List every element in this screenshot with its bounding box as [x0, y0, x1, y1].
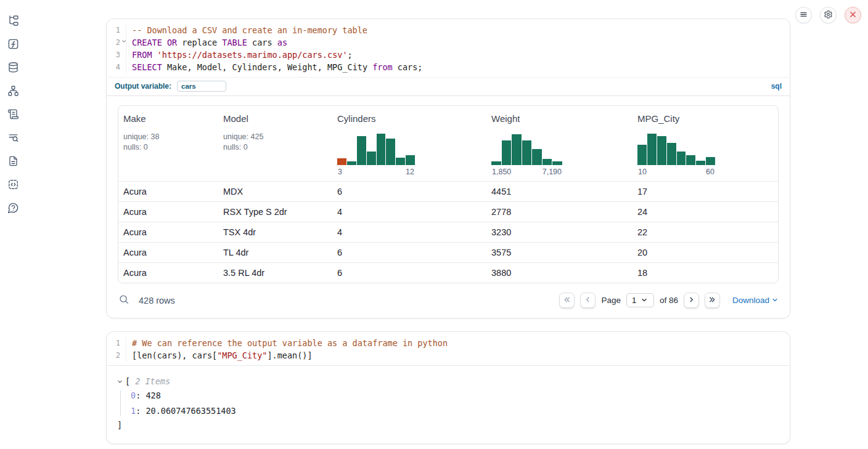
column-header-model[interactable]: Modelunique: 425nulls: 0: [218, 113, 332, 176]
table-cell: 6: [332, 263, 486, 283]
table-cell: 4451: [486, 182, 633, 201]
histogram-bar: [347, 161, 356, 165]
histogram-bar: [512, 134, 522, 165]
shutdown-button[interactable]: [845, 7, 861, 23]
histogram-min-label: 10: [638, 168, 647, 176]
code-text: CREATE OR replace TABLE cars as: [126, 36, 287, 49]
code-line: 3FROM 'https://datasets.marimo.app/cars.…: [107, 49, 790, 61]
row-count: 428 rows: [139, 296, 175, 305]
settings-button[interactable]: [820, 7, 837, 23]
page-select[interactable]: 1: [626, 293, 654, 307]
column-header-weight[interactable]: Weight1,8507,190: [486, 113, 633, 176]
first-page-button[interactable]: [559, 293, 575, 308]
table-cell: Acura: [118, 243, 218, 262]
column-stats: unique: 38nulls: 0: [123, 132, 213, 152]
column-title: Weight: [491, 113, 628, 124]
histogram-bar: [686, 155, 695, 165]
sql-cell-output: Makeunique: 38nulls: 0Modelunique: 425nu…: [107, 96, 790, 318]
histogram-bar: [406, 155, 415, 165]
table-cell: MDX: [218, 182, 332, 201]
table-cell: Acura: [118, 202, 218, 222]
column-histogram[interactable]: 1060: [637, 132, 715, 176]
column-header-mpg_city[interactable]: MPG_City1060: [633, 113, 778, 176]
last-page-button[interactable]: [705, 293, 720, 308]
table-row[interactable]: AcuraTSX 4dr4323022: [118, 222, 778, 242]
code-text: FROM 'https://datasets.marimo.app/cars.c…: [126, 49, 353, 61]
table-cell: 24: [633, 202, 778, 222]
column-header-cylinders[interactable]: Cylinders312: [332, 113, 486, 176]
data-table: Makeunique: 38nulls: 0Modelunique: 425nu…: [118, 105, 779, 283]
table-cell: TL 4dr: [218, 243, 332, 262]
items-count-label: 2 Items: [135, 376, 170, 386]
histogram-bar: [637, 145, 647, 165]
table-row[interactable]: AcuraTL 4dr6357520: [118, 242, 778, 262]
close-icon: [849, 10, 857, 20]
scratchpad-icon[interactable]: [7, 108, 20, 120]
histogram-bars: [637, 132, 715, 165]
histogram-bar: [696, 161, 705, 165]
column-title: Make: [123, 113, 213, 124]
histogram-labels: 312: [337, 168, 415, 176]
histogram-labels: 1060: [637, 168, 715, 176]
logs-search-icon[interactable]: [7, 131, 20, 144]
next-page-button[interactable]: [684, 293, 699, 308]
line-number: 1: [107, 337, 126, 349]
column-histogram[interactable]: 312: [337, 132, 415, 176]
code-text: SELECT Make, Model, Cylinders, Weight, M…: [126, 61, 422, 73]
sql-editor[interactable]: 1-- Download a CSV and create an in-memo…: [107, 19, 790, 96]
histogram-bar: [667, 143, 676, 165]
histogram-bar: [532, 149, 542, 166]
histogram-bar: [396, 158, 405, 165]
menu-button[interactable]: [795, 7, 812, 23]
table-cell: 3880: [486, 263, 633, 283]
page-select-value: 1: [632, 296, 636, 305]
code-text: [len(cars), cars["MPG_City"].mean()]: [126, 349, 313, 362]
documentation-icon[interactable]: [7, 155, 20, 167]
file-tree-icon[interactable]: [7, 14, 20, 26]
histogram-max-label: 60: [706, 168, 714, 176]
python-editor[interactable]: 1# We can reference the output variable …: [107, 332, 790, 365]
column-header-make[interactable]: Makeunique: 38nulls: 0: [118, 113, 218, 176]
table-footer: 428 rows Page 1 of 86 Download: [118, 283, 779, 312]
snippets-icon[interactable]: [7, 178, 20, 190]
table-cell: 3.5 RL 4dr: [218, 263, 332, 283]
download-button[interactable]: Download: [732, 296, 778, 305]
search-icon[interactable]: [118, 294, 129, 307]
stat-line: nulls: 0: [123, 142, 213, 153]
histogram-max-label: 7,190: [542, 168, 562, 176]
column-title: Cylinders: [337, 113, 481, 124]
histogram-bar: [647, 134, 657, 165]
table-row[interactable]: AcuraMDX6445117: [118, 181, 778, 201]
left-panel-sidebar: [0, 0, 27, 214]
help-icon[interactable]: [7, 201, 20, 214]
language-badge: sql: [771, 82, 782, 91]
dependency-graph-icon[interactable]: [7, 84, 20, 97]
fold-chevron-icon[interactable]: [121, 39, 126, 44]
table-row[interactable]: Acura3.5 RL 4dr6388018: [118, 262, 778, 283]
code-line: 1-- Download a CSV and create an in-memo…: [107, 24, 790, 36]
table-cell: Acura: [118, 182, 218, 201]
chevrons-left-icon: [563, 296, 571, 305]
histogram-bar: [357, 136, 366, 165]
histogram-bar: [542, 159, 552, 165]
table-cell: Acura: [118, 222, 218, 242]
column-title: Model: [223, 113, 327, 124]
histogram-min-label: 3: [338, 168, 342, 176]
table-cell: 4: [332, 222, 486, 242]
chevrons-right-icon: [708, 296, 716, 305]
line-number: 4: [107, 61, 126, 73]
histogram-bar: [522, 140, 532, 165]
sql-editor-footer: Output variable: sql: [107, 77, 790, 96]
histogram-max-label: 12: [406, 168, 414, 176]
gear-icon: [824, 10, 833, 21]
chevron-down-icon[interactable]: [117, 379, 123, 384]
output-variable-input[interactable]: [177, 81, 226, 92]
table-row[interactable]: AcuraRSX Type S 2dr4277824: [118, 201, 778, 222]
python-cell: 1# We can reference the output variable …: [106, 331, 790, 444]
pagination: Page 1 of 86 Download: [559, 293, 778, 308]
line-number: 2: [107, 349, 126, 362]
functions-icon[interactable]: [7, 38, 20, 50]
column-histogram[interactable]: 1,8507,190: [491, 132, 562, 176]
prev-page-button[interactable]: [580, 293, 596, 308]
data-sources-icon[interactable]: [7, 61, 20, 73]
